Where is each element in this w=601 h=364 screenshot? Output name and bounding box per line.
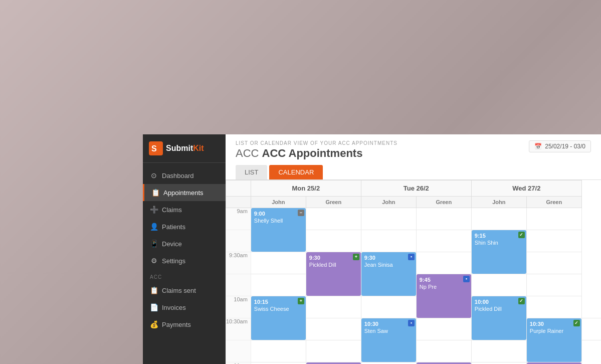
appointment-block[interactable]: 9:15Shin Shin✓	[472, 230, 526, 274]
calendar-cell[interactable]	[251, 252, 306, 274]
appointment-time: 9:30	[364, 254, 413, 261]
calendar-cell[interactable]	[526, 252, 581, 274]
sidebar-nav: ⊙ Dashboard 📋 Appointments ➕ Claims 👤 Pa…	[143, 163, 226, 337]
time-cell: 9am	[226, 208, 251, 230]
main-content: LIST OR CALENDAR VIEW OF YOUR ACC APPOIN…	[226, 134, 601, 364]
sidebar-item-invoices[interactable]: 📄 Invoices	[143, 299, 226, 316]
calendar-cell[interactable]: 9:30Pickled Dill+	[306, 252, 361, 296]
appointment-block[interactable]: 10:00Pickled Dill✓	[472, 296, 526, 340]
calendar-cell[interactable]	[526, 208, 581, 230]
provider-wed-green: Green	[526, 197, 581, 208]
sidebar-item-claims[interactable]: ➕ Claims	[143, 201, 226, 218]
calendar-cell[interactable]: 10:30Purple Rainer✓	[526, 318, 581, 362]
sidebar-item-payments[interactable]: 💰 Payments	[143, 316, 226, 333]
sidebar: S SubmitKit ⊙ Dashboard 📋 Appointments ➕…	[143, 134, 226, 364]
calendar-cell[interactable]: 10:15Swiss Cheese+	[251, 296, 306, 340]
appointment-block[interactable]: 9:45Np Pre▪	[417, 274, 471, 318]
sidebar-item-dashboard[interactable]: ⊙ Dashboard	[143, 167, 226, 184]
dashboard-icon: ⊙	[150, 171, 158, 179]
appointment-status-icon: ✓	[518, 298, 525, 304]
sidebar-item-appointments[interactable]: 📋 Appointments	[143, 184, 226, 201]
sidebar-item-label: Claims sent	[162, 287, 196, 294]
calendar-cell[interactable]: 10:30Sten Saw▪	[361, 318, 416, 362]
calendar-cell[interactable]	[471, 208, 526, 230]
sidebar-item-patients[interactable]: 👤 Patients	[143, 218, 226, 235]
appointment-block[interactable]: 10:15Swiss Cheese+	[251, 296, 306, 340]
calendar-cell[interactable]: 9:15Shin Shin✓	[471, 230, 526, 274]
logo-icon: S	[149, 141, 163, 155]
sidebar-item-label: Claims	[162, 206, 182, 214]
calendar-cell[interactable]	[251, 274, 306, 296]
calendar-cell[interactable]	[471, 340, 526, 362]
svg-text:S: S	[151, 144, 157, 153]
calendar-cell[interactable]	[526, 274, 581, 296]
calendar-area[interactable]: Mon 25/2 Tue 26/2 Wed 27/2 John Green Jo…	[226, 180, 601, 364]
patients-icon: 👤	[150, 223, 158, 231]
calendar-cell[interactable]	[306, 340, 361, 362]
calendar-cell[interactable]	[251, 340, 306, 362]
tab-calendar[interactable]: CALENDAR	[269, 165, 323, 179]
calendar-cell[interactable]	[306, 318, 361, 340]
calendar-cell[interactable]	[416, 340, 471, 362]
calendar-cell[interactable]	[361, 208, 416, 230]
appointment-name: Np Pre	[420, 283, 468, 290]
calendar-cell[interactable]	[471, 362, 526, 365]
calendar-cell[interactable]	[306, 208, 361, 230]
app-name: SubmitKit	[166, 144, 204, 153]
calendar-cell[interactable]: 9:30Jean Sinisa▪	[361, 252, 416, 296]
appointment-name: Jean Sinisa	[364, 261, 413, 268]
sidebar-item-claims-sent[interactable]: 📋 Claims sent	[143, 282, 226, 299]
appointment-name: Swiss Cheese	[254, 305, 303, 312]
calendar-cell[interactable]	[526, 296, 581, 318]
tab-list[interactable]: LIST	[236, 165, 267, 179]
calendar-cell[interactable]	[416, 208, 471, 230]
calendar-cell[interactable]	[526, 230, 581, 252]
appointment-status-icon: −	[298, 210, 304, 216]
appointment-block[interactable]: 10:30Purple Rainer✓	[527, 318, 581, 362]
day-header-tue: Tue 26/2	[361, 180, 471, 197]
calendar-cell[interactable]	[416, 252, 471, 274]
calendar-cell[interactable]	[361, 362, 416, 365]
calendar-cell[interactable]	[581, 318, 601, 340]
appointment-time: 9:30	[309, 254, 358, 261]
calendar-cell[interactable]	[361, 296, 416, 318]
date-range[interactable]: 📅 25/02/19 - 03/0	[529, 140, 591, 152]
calendar-cell[interactable]: 9:45Np Pre▪	[416, 274, 471, 318]
appointment-name: Pickled Dill	[475, 305, 523, 312]
time-cell	[226, 230, 251, 252]
claims-icon: ➕	[150, 206, 158, 214]
sidebar-item-label: Settings	[162, 257, 185, 265]
calendar-cell[interactable]	[416, 230, 471, 252]
calendar-icon: 📅	[534, 143, 542, 150]
appointment-block[interactable]: 10:30Sten Saw▪	[361, 318, 416, 362]
calendar-cell[interactable]	[361, 230, 416, 252]
time-cell	[226, 340, 251, 362]
device-icon: 📱	[150, 240, 158, 248]
calendar-cell[interactable]	[306, 296, 361, 318]
appointment-block[interactable]: 9:30Pickled Dill+	[306, 252, 361, 296]
calendar-cell[interactable]: 10:00Pickled Dill✓	[471, 296, 526, 340]
appointment-name: Shin Shin	[475, 239, 523, 246]
settings-icon: ⚙	[150, 257, 158, 265]
calendar-cell[interactable]	[416, 318, 471, 340]
appointment-block[interactable]: 9:30Jean Sinisa▪	[361, 252, 416, 296]
calendar-cell[interactable]: 11:00Pickled Dill−	[306, 362, 361, 365]
calendar-cell[interactable]: 11:00Shelly Shell−	[416, 362, 471, 365]
calendar-cell[interactable]: 11:15Swiss Cheese−	[526, 362, 581, 365]
calendar-cell[interactable]	[471, 274, 526, 296]
appointment-block[interactable]: 9:00Shelly Shell−	[251, 208, 306, 252]
calendar-cell[interactable]: 9:00Shelly Shell−	[251, 208, 306, 252]
time-subheader	[226, 197, 251, 208]
date-range-text: 25/02/19 - 03/0	[545, 143, 585, 150]
view-tabs: LIST CALENDAR	[236, 165, 591, 179]
sidebar-item-device[interactable]: 📱 Device	[143, 235, 226, 252]
page-title: ACC ACC Appointments	[236, 147, 397, 160]
calendar-cell[interactable]	[306, 230, 361, 252]
calendar-cell[interactable]	[251, 362, 306, 365]
invoices-icon: 📄	[150, 303, 158, 311]
appointment-status-icon: ▪	[408, 320, 415, 326]
sidebar-item-label: Payments	[162, 321, 191, 328]
provider-wed-john: John	[471, 197, 526, 208]
appointment-time: 10:15	[254, 298, 303, 305]
sidebar-item-settings[interactable]: ⚙ Settings	[143, 252, 226, 269]
